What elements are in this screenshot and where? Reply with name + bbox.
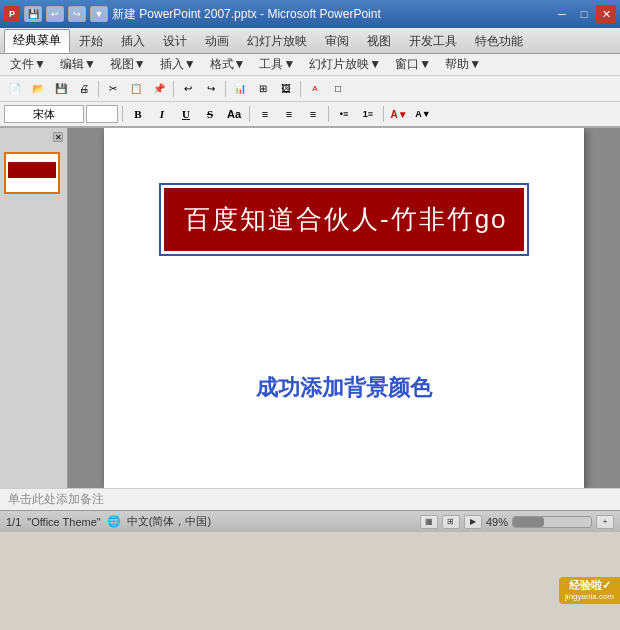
shape-btn[interactable]: □ (327, 79, 349, 99)
tab-animation[interactable]: 动画 (196, 30, 238, 53)
text-box-wrapper[interactable]: 百度知道合伙人-竹非竹go (159, 183, 529, 256)
tab-special[interactable]: 特色功能 (466, 30, 532, 53)
font-name-input[interactable] (4, 105, 84, 123)
image-btn[interactable]: 🖼 (275, 79, 297, 99)
slide-sorter-btn[interactable]: ⊞ (442, 515, 460, 529)
print-btn[interactable]: 🖨 (73, 79, 95, 99)
slide-count: 1/1 (6, 516, 21, 528)
close-button[interactable]: ✕ (596, 5, 616, 23)
theme-name: "Office Theme" (27, 516, 100, 528)
menu-tools[interactable]: 工具▼ (253, 55, 301, 74)
thumb-red-box (8, 162, 56, 178)
slide-canvas[interactable]: 百度知道合伙人-竹非竹go 成功添加背景颜色 (104, 128, 584, 488)
notes-placeholder[interactable]: 单击此处添加备注 (8, 491, 104, 508)
format-sep-3 (328, 106, 329, 122)
normal-view-btn[interactable]: ▦ (420, 515, 438, 529)
color-btn[interactable]: A (304, 79, 326, 99)
toolbar-sep-3 (225, 81, 226, 97)
window-controls: ─ □ ✕ (552, 5, 616, 23)
close-panel-btn[interactable]: ✕ (53, 132, 63, 142)
format-sep-4 (383, 106, 384, 122)
number-btn[interactable]: 1≡ (357, 105, 379, 123)
new-btn[interactable]: 📄 (4, 79, 26, 99)
ribbon-tabs: 经典菜单 开始 插入 设计 动画 幻灯片放映 审阅 视图 开发工具 特色功能 (0, 28, 620, 54)
zoom-slider[interactable] (512, 516, 592, 528)
bullet-btn[interactable]: •≡ (333, 105, 355, 123)
tab-start[interactable]: 开始 (70, 30, 112, 53)
zoom-level: 49% (486, 516, 508, 528)
tab-view[interactable]: 视图 (358, 30, 400, 53)
watermark: 经验啦✓ jingyanla.com (559, 577, 620, 604)
table-btn[interactable]: ⊞ (252, 79, 274, 99)
tab-classic[interactable]: 经典菜单 (4, 29, 70, 53)
highlight-btn[interactable]: A▼ (412, 105, 434, 123)
paste-btn[interactable]: 📌 (148, 79, 170, 99)
zoom-in-btn[interactable]: + (596, 515, 614, 529)
font-size-label[interactable]: Aa (223, 105, 245, 123)
menu-file[interactable]: 文件▼ (4, 55, 52, 74)
menu-view[interactable]: 视图▼ (104, 55, 152, 74)
align-right-btn[interactable]: ≡ (302, 105, 324, 123)
chart-btn[interactable]: 📊 (229, 79, 251, 99)
more-quick-btn[interactable]: ▼ (90, 6, 108, 22)
canvas-area[interactable]: 百度知道合伙人-竹非竹go 成功添加背景颜色 (68, 128, 620, 488)
save-btn[interactable]: 💾 (50, 79, 72, 99)
font-color-btn[interactable]: A▼ (388, 105, 410, 123)
copy-btn[interactable]: 📋 (125, 79, 147, 99)
tab-slideshow[interactable]: 幻灯片放映 (238, 30, 316, 53)
main-text-box[interactable]: 百度知道合伙人-竹非竹go (164, 188, 524, 251)
slide-thumb-content (6, 154, 58, 192)
format-bar: 54 B I U S Aa ≡ ≡ ≡ •≡ 1≡ A▼ A▼ (0, 102, 620, 128)
open-btn[interactable]: 📂 (27, 79, 49, 99)
italic-button[interactable]: I (151, 105, 173, 123)
watermark-text: 经验啦✓ (569, 579, 611, 592)
toolbar-sep-1 (98, 81, 99, 97)
app-icon: P (4, 6, 20, 22)
watermark-subtext: jingyanla.com (565, 592, 614, 602)
title-bar-left: P 💾 ↩ ↪ ▼ 新建 PowerPoint 2007.pptx - Micr… (4, 6, 381, 23)
title-bar: P 💾 ↩ ↪ ▼ 新建 PowerPoint 2007.pptx - Micr… (0, 0, 620, 28)
bold-button[interactable]: B (127, 105, 149, 123)
redo-quick-btn[interactable]: ↪ (68, 6, 86, 22)
underline-button[interactable]: U (175, 105, 197, 123)
status-left: 1/1 "Office Theme" 🌐 中文(简体，中国) (6, 514, 211, 529)
slide-thumbnail-1[interactable] (4, 152, 60, 194)
format-sep-1 (122, 106, 123, 122)
strikethrough-button[interactable]: S (199, 105, 221, 123)
menu-window[interactable]: 窗口▼ (389, 55, 437, 74)
language-label: 中文(简体，中国) (127, 514, 211, 529)
tab-review[interactable]: 审阅 (316, 30, 358, 53)
tab-insert[interactable]: 插入 (112, 30, 154, 53)
align-left-btn[interactable]: ≡ (254, 105, 276, 123)
menu-help[interactable]: 帮助▼ (439, 55, 487, 74)
menu-insert[interactable]: 插入▼ (154, 55, 202, 74)
slideshow-btn[interactable]: ▶ (464, 515, 482, 529)
status-bar: 1/1 "Office Theme" 🌐 中文(简体，中国) ▦ ⊞ ▶ 49%… (0, 510, 620, 532)
toolbar: 📄 📂 💾 🖨 ✂ 📋 📌 ↩ ↪ 📊 ⊞ 🖼 A □ (0, 76, 620, 102)
save-quick-btn[interactable]: 💾 (24, 6, 42, 22)
align-center-btn[interactable]: ≡ (278, 105, 300, 123)
redo-btn[interactable]: ↪ (200, 79, 222, 99)
font-size-input[interactable]: 54 (86, 105, 118, 123)
main-area: ✕ 百度知道合伙人-竹非竹go 成功添加背景颜色 (0, 128, 620, 488)
subtitle-text[interactable]: 成功添加背景颜色 (104, 373, 584, 403)
slide-panel: ✕ (0, 128, 68, 488)
tab-developer[interactable]: 开发工具 (400, 30, 466, 53)
minimize-button[interactable]: ─ (552, 5, 572, 23)
menu-format[interactable]: 格式▼ (204, 55, 252, 74)
cut-btn[interactable]: ✂ (102, 79, 124, 99)
toolbar-sep-2 (173, 81, 174, 97)
menu-slideshow[interactable]: 幻灯片放映▼ (303, 55, 387, 74)
text-box-border: 百度知道合伙人-竹非竹go (159, 183, 529, 256)
menu-edit[interactable]: 编辑▼ (54, 55, 102, 74)
window-title: 新建 PowerPoint 2007.pptx - Microsoft Powe… (112, 6, 381, 23)
notes-bar[interactable]: 单击此处添加备注 (0, 488, 620, 510)
format-sep-2 (249, 106, 250, 122)
toolbar-sep-4 (300, 81, 301, 97)
menu-bar: 文件▼ 编辑▼ 视图▼ 插入▼ 格式▼ 工具▼ 幻灯片放映▼ 窗口▼ 帮助▼ (0, 54, 620, 76)
status-right: ▦ ⊞ ▶ 49% + (420, 515, 614, 529)
tab-design[interactable]: 设计 (154, 30, 196, 53)
undo-btn[interactable]: ↩ (177, 79, 199, 99)
undo-quick-btn[interactable]: ↩ (46, 6, 64, 22)
maximize-button[interactable]: □ (574, 5, 594, 23)
